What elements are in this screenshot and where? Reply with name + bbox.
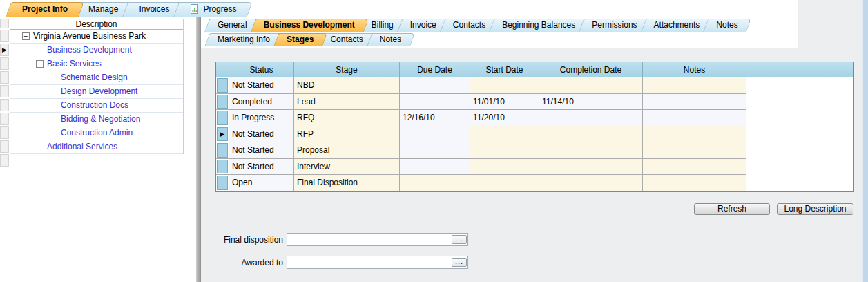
row-selector[interactable]: [0, 57, 9, 70]
cell-status[interactable]: Not Started: [229, 142, 294, 159]
cell-start_date[interactable]: [470, 159, 539, 176]
row-selector[interactable]: [216, 142, 229, 159]
cell-status[interactable]: Completed: [229, 94, 294, 111]
row-selector[interactable]: [0, 140, 9, 153]
tab-progress[interactable]: Progress: [173, 2, 247, 17]
tree-item-design-development[interactable]: Design Development: [10, 85, 183, 99]
row-selector[interactable]: [0, 126, 9, 139]
cell-due_date[interactable]: [400, 126, 470, 143]
cell-stage[interactable]: Proposal: [294, 142, 400, 159]
tab-project-info[interactable]: Project Info: [6, 2, 79, 17]
tab-notes[interactable]: Notes: [367, 33, 410, 46]
cell-completion_date[interactable]: 11/14/10: [539, 94, 643, 111]
row-selector[interactable]: [0, 85, 9, 97]
final-disposition-browse-button[interactable]: ...: [452, 235, 467, 244]
tree-row-gutter: ▶: [0, 19, 10, 168]
tab-contacts[interactable]: Contacts: [440, 19, 494, 32]
tree-item-basic-services[interactable]: −Basic Services: [10, 57, 183, 71]
tab-beginning-balances[interactable]: Beginning Balances: [489, 19, 584, 32]
awarded-to-browse-button[interactable]: ...: [452, 258, 467, 267]
cell-start_date[interactable]: [470, 126, 539, 143]
row-selector[interactable]: [0, 154, 9, 167]
tree-item-bidding-negotiation[interactable]: Bidding & Negotiation: [10, 113, 183, 126]
column-header-notes[interactable]: Notes: [643, 62, 746, 77]
cell-completion_date[interactable]: [539, 110, 643, 126]
row-selector[interactable]: [216, 77, 229, 94]
cell-completion_date[interactable]: [539, 159, 643, 176]
cell-start_date[interactable]: [470, 77, 539, 94]
row-selector[interactable]: ▶: [216, 126, 229, 143]
cell-stage[interactable]: RFQ: [294, 110, 400, 126]
tree-item-schematic-design[interactable]: Schematic Design: [10, 71, 183, 85]
cell-start_date[interactable]: 11/20/10: [470, 110, 539, 126]
tree-item-business-development[interactable]: Business Development: [10, 44, 183, 57]
cell-status[interactable]: Not Started: [229, 126, 294, 143]
column-header-stage[interactable]: Stage: [294, 62, 400, 77]
column-header-completion-date[interactable]: Completion Date: [539, 62, 643, 77]
cell-due_date[interactable]: [400, 77, 470, 94]
cell-start_date[interactable]: [470, 175, 539, 191]
tab-invoice[interactable]: Invoice: [397, 19, 445, 32]
cell-completion_date[interactable]: [539, 142, 643, 159]
column-header-due-date[interactable]: Due Date: [400, 62, 470, 77]
row-selector[interactable]: [216, 94, 229, 111]
row-selector[interactable]: [216, 110, 229, 126]
gutter-header-box: [0, 19, 9, 28]
cell-due_date[interactable]: [400, 142, 470, 159]
cell-completion_date[interactable]: [539, 126, 643, 143]
collapse-toggle-icon[interactable]: −: [36, 60, 44, 68]
tree-item-construction-docs[interactable]: Construction Docs: [10, 99, 183, 113]
tree-item-additional-services[interactable]: Additional Services: [10, 140, 183, 154]
long-description-button[interactable]: Long Description: [777, 203, 853, 215]
cell-stage[interactable]: RFP: [294, 126, 400, 143]
row-selector[interactable]: [216, 159, 229, 176]
cell-status[interactable]: Not Started: [229, 159, 294, 176]
tab-invoices[interactable]: Invoices: [122, 2, 180, 17]
cell-stage[interactable]: Final Disposition: [294, 175, 400, 191]
cell-status[interactable]: Not Started: [229, 77, 294, 94]
cell-completion_date[interactable]: [539, 77, 643, 94]
cell-notes[interactable]: [643, 142, 746, 159]
cell-status[interactable]: Open: [229, 175, 294, 191]
cell-completion_date[interactable]: [539, 175, 643, 191]
cell-status[interactable]: In Progress: [229, 110, 294, 126]
cell-start_date[interactable]: [470, 142, 539, 159]
row-selector[interactable]: [0, 71, 9, 84]
tree-column-header[interactable]: Description: [10, 19, 183, 30]
row-selector[interactable]: [0, 99, 9, 111]
cell-start_date[interactable]: 11/01/10: [470, 94, 539, 111]
refresh-button[interactable]: Refresh: [694, 203, 770, 215]
row-selector[interactable]: [0, 113, 9, 125]
cell-stage[interactable]: Interview: [294, 159, 400, 176]
cell-notes[interactable]: [643, 77, 746, 94]
awarded-to-input[interactable]: [288, 257, 452, 267]
tree-item-virginia-avenue-business-park[interactable]: −Virginia Avenue Business Park: [10, 30, 183, 44]
cell-notes[interactable]: [643, 175, 746, 191]
cell-notes[interactable]: [643, 94, 746, 111]
row-selector[interactable]: ▶: [0, 44, 9, 56]
panel-splitter[interactable]: [196, 17, 201, 282]
cell-due_date[interactable]: [400, 159, 470, 176]
tree-item-construction-admin[interactable]: Construction Admin: [10, 126, 183, 140]
column-header-start-date[interactable]: Start Date: [470, 62, 539, 77]
column-header-status[interactable]: Status: [229, 62, 294, 77]
tab-stages[interactable]: Stages: [273, 33, 322, 46]
cell-notes[interactable]: [643, 110, 746, 126]
cell-notes[interactable]: [643, 126, 746, 143]
tab-business-development[interactable]: Business Development: [251, 19, 364, 32]
cell-due_date[interactable]: 12/16/10: [400, 110, 470, 126]
cell-due_date[interactable]: [400, 175, 470, 191]
cell-stage[interactable]: Lead: [294, 94, 400, 111]
final-disposition-input[interactable]: [288, 234, 452, 245]
cell-notes[interactable]: [643, 159, 746, 176]
row-selector[interactable]: [216, 175, 229, 191]
collapse-toggle-icon[interactable]: −: [22, 32, 30, 40]
tab-attachments[interactable]: Attachments: [641, 19, 709, 32]
tab-permissions[interactable]: Permissions: [579, 19, 646, 32]
tab-general[interactable]: General: [204, 19, 256, 32]
row-selector[interactable]: [0, 30, 9, 42]
tab-marketing-info[interactable]: Marketing Info: [204, 33, 279, 46]
cell-stage[interactable]: NBD: [294, 77, 400, 94]
cell-due_date[interactable]: [400, 94, 470, 111]
tab-notes[interactable]: Notes: [703, 19, 746, 32]
